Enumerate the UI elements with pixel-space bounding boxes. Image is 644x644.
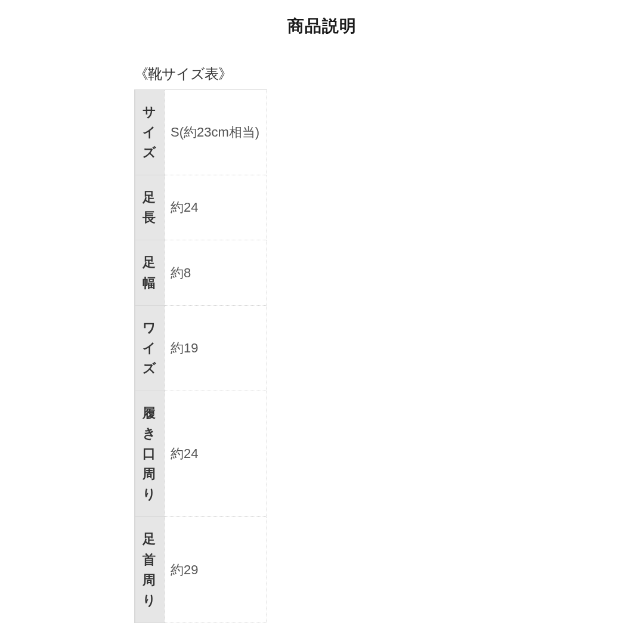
row-value: S(約23cm相当) — [165, 90, 267, 175]
content-area: 《靴サイズ表》 サ イ ズ S(約23cm相当) 足 長 約24 足 幅 約8 — [0, 64, 644, 623]
row-label: サ イ ズ — [143, 102, 157, 163]
row-header: 足 長 — [135, 175, 165, 240]
row-header: 履 き 口 周 り — [135, 391, 165, 516]
table-row: ワ イ ズ 約19 — [135, 305, 267, 391]
section-heading: 商品説明 — [0, 15, 644, 38]
row-header: ワ イ ズ — [135, 305, 165, 391]
table-row: 足 幅 約8 — [135, 240, 267, 305]
row-value: 約29 — [165, 517, 267, 623]
row-label: 履 き 口 周 り — [143, 403, 157, 504]
row-label: 足 首 周 り — [143, 529, 157, 610]
table-caption: 《靴サイズ表》 — [134, 64, 644, 83]
row-label: 足 幅 — [143, 252, 157, 293]
row-label: ワ イ ズ — [143, 318, 157, 379]
row-value: 約24 — [165, 175, 267, 240]
table-row: 足 長 約24 — [135, 175, 267, 240]
row-header: 足 幅 — [135, 240, 165, 305]
table-row: 履 き 口 周 り 約24 — [135, 391, 267, 516]
row-header: 足 首 周 り — [135, 517, 165, 623]
row-value: 約24 — [165, 391, 267, 516]
row-value: 約19 — [165, 305, 267, 391]
row-header: サ イ ズ — [135, 90, 165, 175]
table-row: 足 首 周 り 約29 — [135, 517, 267, 623]
table-row: サ イ ズ S(約23cm相当) — [135, 90, 267, 175]
row-value: 約8 — [165, 240, 267, 305]
size-table: サ イ ズ S(約23cm相当) 足 長 約24 足 幅 約8 ワ イ ズ — [134, 89, 267, 623]
row-label: 足 長 — [143, 187, 157, 228]
